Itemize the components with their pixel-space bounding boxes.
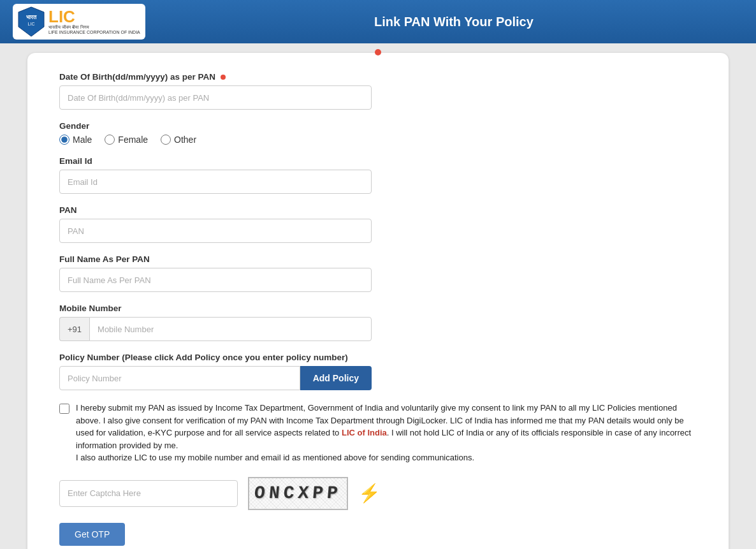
captcha-input[interactable] [59, 480, 238, 507]
fullname-input[interactable] [59, 268, 372, 292]
lic-brand-name: LIC [48, 8, 140, 25]
add-policy-button[interactable]: Add Policy [300, 366, 372, 390]
policy-input-group: Add Policy [59, 366, 372, 390]
get-otp-button[interactable]: Get OTP [59, 523, 125, 546]
gender-options: Male Female Other [59, 135, 697, 145]
gender-female-radio[interactable] [105, 135, 115, 145]
captcha-row: ONCXPP ⚡ [59, 477, 697, 510]
logo-container: भारत LIC LIC भारतीय जीवन बीमा निगम LIFE … [13, 4, 145, 40]
gender-female-option[interactable]: Female [105, 135, 148, 145]
gender-label: Gender [59, 121, 697, 131]
mobile-group: Mobile Number +91 [59, 304, 697, 341]
lic-shield-icon: भारत LIC [18, 6, 45, 37]
gender-group: Gender Male Female Other [59, 121, 697, 145]
main-content: Date Of Birth(dd/mm/yyyy) as per PAN Gen… [0, 43, 756, 549]
mobile-input[interactable] [89, 317, 372, 341]
email-label: Email Id [59, 156, 697, 166]
policy-group: Policy Number (Please click Add Policy o… [59, 353, 697, 390]
form-card: Date Of Birth(dd/mm/yyyy) as per PAN Gen… [27, 53, 729, 549]
logo-text: LIC भारतीय जीवन बीमा निगम LIFE INSURANCE… [48, 8, 140, 36]
page-title: Link PAN With Your Policy [164, 15, 743, 29]
gender-male-option[interactable]: Male [59, 135, 92, 145]
captcha-image: ONCXPP [248, 477, 348, 510]
pan-label: PAN [59, 205, 697, 215]
lic-tagline: भारतीय जीवन बीमा निगम LIFE INSURANCE COR… [48, 25, 140, 36]
consent-text: I hereby submit my PAN as issued by Inco… [76, 402, 697, 464]
consent-checkbox[interactable] [59, 404, 69, 414]
captcha-text: ONCXPP [254, 483, 343, 503]
dob-input[interactable] [59, 85, 372, 110]
gender-other-radio[interactable] [161, 135, 171, 145]
svg-text:भारत: भारत [26, 14, 37, 20]
email-group: Email Id [59, 156, 697, 194]
gender-other-label: Other [174, 135, 196, 145]
policy-label: Policy Number (Please click Add Policy o… [59, 353, 697, 362]
gender-female-label: Female [118, 135, 148, 145]
mobile-label: Mobile Number [59, 304, 697, 313]
dob-label: Date Of Birth(dd/mm/yyyy) as per PAN [59, 72, 697, 82]
svg-text:LIC: LIC [28, 22, 35, 26]
fullname-group: Full Name As Per PAN [59, 254, 697, 292]
gender-other-option[interactable]: Other [161, 135, 196, 145]
gender-male-label: Male [73, 135, 92, 145]
pan-group: PAN [59, 205, 697, 243]
pan-input[interactable] [59, 219, 372, 243]
consent-section: I hereby submit my PAN as issued by Inco… [59, 402, 697, 464]
dob-group: Date Of Birth(dd/mm/yyyy) as per PAN [59, 72, 697, 110]
refresh-captcha-icon[interactable]: ⚡ [358, 483, 381, 504]
gender-male-radio[interactable] [59, 135, 69, 145]
policy-input[interactable] [59, 366, 300, 390]
top-indicator-dot [375, 49, 381, 55]
mobile-input-group: +91 [59, 317, 372, 341]
mobile-prefix: +91 [59, 317, 89, 341]
lic-highlight: LIC of India [342, 428, 387, 437]
fullname-label: Full Name As Per PAN [59, 254, 697, 264]
email-input[interactable] [59, 170, 372, 194]
required-indicator [221, 75, 226, 80]
header: भारत LIC LIC भारतीय जीवन बीमा निगम LIFE … [0, 0, 756, 43]
